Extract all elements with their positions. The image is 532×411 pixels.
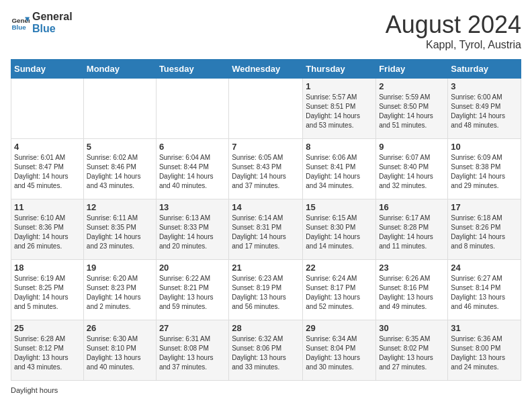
day-info: Sunrise: 6:02 AM Sunset: 8:46 PM Dayligh…: [87, 153, 153, 191]
day-number: 15: [306, 202, 373, 212]
day-info: Sunrise: 6:13 AM Sunset: 8:33 PM Dayligh…: [159, 214, 226, 251]
location-title: Kappl, Tyrol, Austria: [386, 39, 521, 51]
calendar-week-4: 18Sunrise: 6:19 AM Sunset: 8:25 PM Dayli…: [11, 260, 521, 320]
day-number: 1: [306, 81, 373, 91]
calendar-cell: 4Sunrise: 6:01 AM Sunset: 8:47 PM Daylig…: [11, 139, 84, 199]
day-info: Sunrise: 6:07 AM Sunset: 8:40 PM Dayligh…: [379, 153, 445, 191]
calendar-cell: 7Sunrise: 6:05 AM Sunset: 8:43 PM Daylig…: [229, 139, 303, 199]
day-number: 8: [306, 142, 373, 152]
day-number: 31: [451, 323, 518, 333]
day-info: Sunrise: 6:09 AM Sunset: 8:38 PM Dayligh…: [451, 153, 518, 191]
calendar-cell: 17Sunrise: 6:18 AM Sunset: 8:26 PM Dayli…: [448, 199, 521, 260]
day-number: 3: [451, 81, 518, 91]
logo-general-text: General: [32, 11, 73, 23]
calendar-cell: 24Sunrise: 6:27 AM Sunset: 8:14 PM Dayli…: [448, 260, 521, 320]
calendar-cell: 22Sunrise: 6:24 AM Sunset: 8:17 PM Dayli…: [303, 260, 376, 320]
day-info: Sunrise: 6:30 AM Sunset: 8:10 PM Dayligh…: [87, 334, 153, 372]
day-info: Sunrise: 6:22 AM Sunset: 8:21 PM Dayligh…: [159, 274, 226, 312]
day-number: 25: [14, 323, 81, 333]
day-info: Sunrise: 6:36 AM Sunset: 8:00 PM Dayligh…: [451, 334, 518, 372]
day-number: 17: [451, 202, 518, 212]
calendar-cell: 13Sunrise: 6:13 AM Sunset: 8:33 PM Dayli…: [156, 199, 228, 260]
title-block: August 2024 Kappl, Tyrol, Austria: [386, 11, 521, 51]
day-number: 29: [306, 323, 373, 333]
page-header: General Blue General Blue August 2024 Ka…: [11, 11, 521, 51]
calendar-cell: 9Sunrise: 6:07 AM Sunset: 8:40 PM Daylig…: [376, 139, 448, 199]
calendar-week-5: 25Sunrise: 6:28 AM Sunset: 8:12 PM Dayli…: [11, 320, 521, 381]
day-info: Sunrise: 6:19 AM Sunset: 8:25 PM Dayligh…: [14, 274, 81, 312]
calendar-cell: 21Sunrise: 6:23 AM Sunset: 8:19 PM Dayli…: [229, 260, 303, 320]
day-number: 16: [379, 202, 445, 212]
day-info: Sunrise: 6:28 AM Sunset: 8:12 PM Dayligh…: [14, 334, 81, 372]
day-info: Sunrise: 6:04 AM Sunset: 8:44 PM Dayligh…: [159, 153, 226, 191]
day-number: 19: [87, 263, 153, 273]
day-number: 7: [232, 142, 300, 152]
month-title: August 2024: [386, 11, 521, 39]
calendar-cell: 11Sunrise: 6:10 AM Sunset: 8:36 PM Dayli…: [11, 199, 84, 260]
calendar-cell: 14Sunrise: 6:14 AM Sunset: 8:31 PM Dayli…: [229, 199, 303, 260]
calendar-cell: [11, 79, 84, 139]
day-info: Sunrise: 6:24 AM Sunset: 8:17 PM Dayligh…: [306, 274, 373, 312]
calendar-cell: 8Sunrise: 6:06 AM Sunset: 8:41 PM Daylig…: [303, 139, 376, 199]
day-info: Sunrise: 6:11 AM Sunset: 8:35 PM Dayligh…: [87, 214, 153, 251]
day-number: 10: [451, 142, 518, 152]
day-number: 12: [87, 202, 153, 212]
calendar-cell: 18Sunrise: 6:19 AM Sunset: 8:25 PM Dayli…: [11, 260, 84, 320]
day-number: 18: [14, 263, 81, 273]
calendar-cell: 23Sunrise: 6:26 AM Sunset: 8:16 PM Dayli…: [376, 260, 448, 320]
calendar-header: SundayMondayTuesdayWednesdayThursdayFrid…: [11, 60, 521, 79]
day-info: Sunrise: 6:01 AM Sunset: 8:47 PM Dayligh…: [14, 153, 81, 191]
calendar-cell: 26Sunrise: 6:30 AM Sunset: 8:10 PM Dayli…: [83, 320, 156, 381]
calendar-cell: 29Sunrise: 6:34 AM Sunset: 8:04 PM Dayli…: [303, 320, 376, 381]
calendar-table: SundayMondayTuesdayWednesdayThursdayFrid…: [11, 59, 521, 381]
day-number: 5: [87, 142, 153, 152]
day-number: 26: [87, 323, 153, 333]
day-info: Sunrise: 6:10 AM Sunset: 8:36 PM Dayligh…: [14, 214, 81, 251]
day-info: Sunrise: 5:57 AM Sunset: 8:51 PM Dayligh…: [306, 93, 373, 130]
calendar-cell: 5Sunrise: 6:02 AM Sunset: 8:46 PM Daylig…: [83, 139, 156, 199]
days-header-row: SundayMondayTuesdayWednesdayThursdayFrid…: [11, 60, 521, 79]
day-number: 9: [379, 142, 445, 152]
day-info: Sunrise: 6:26 AM Sunset: 8:16 PM Dayligh…: [379, 274, 445, 312]
day-info: Sunrise: 5:59 AM Sunset: 8:50 PM Dayligh…: [379, 93, 445, 130]
day-of-week-monday: Monday: [83, 60, 156, 79]
day-number: 24: [451, 263, 518, 273]
day-of-week-thursday: Thursday: [303, 60, 376, 79]
calendar-week-3: 11Sunrise: 6:10 AM Sunset: 8:36 PM Dayli…: [11, 199, 521, 260]
calendar-cell: 6Sunrise: 6:04 AM Sunset: 8:44 PM Daylig…: [156, 139, 228, 199]
day-info: Sunrise: 6:18 AM Sunset: 8:26 PM Dayligh…: [451, 214, 518, 251]
day-info: Sunrise: 6:34 AM Sunset: 8:04 PM Dayligh…: [306, 334, 373, 372]
day-number: 28: [232, 323, 300, 333]
logo-icon: General Blue: [11, 13, 30, 32]
calendar-cell: 20Sunrise: 6:22 AM Sunset: 8:21 PM Dayli…: [156, 260, 228, 320]
day-info: Sunrise: 6:14 AM Sunset: 8:31 PM Dayligh…: [232, 214, 300, 251]
calendar-body: 1Sunrise: 5:57 AM Sunset: 8:51 PM Daylig…: [11, 79, 521, 381]
day-number: 11: [14, 202, 81, 212]
day-number: 22: [306, 263, 373, 273]
day-number: 30: [379, 323, 445, 333]
calendar-cell: [229, 79, 303, 139]
calendar-cell: 31Sunrise: 6:36 AM Sunset: 8:00 PM Dayli…: [448, 320, 521, 381]
calendar-week-1: 1Sunrise: 5:57 AM Sunset: 8:51 PM Daylig…: [11, 79, 521, 139]
day-number: 4: [14, 142, 81, 152]
calendar-cell: 25Sunrise: 6:28 AM Sunset: 8:12 PM Dayli…: [11, 320, 84, 381]
calendar-cell: 1Sunrise: 5:57 AM Sunset: 8:51 PM Daylig…: [303, 79, 376, 139]
calendar-cell: 10Sunrise: 6:09 AM Sunset: 8:38 PM Dayli…: [448, 139, 521, 199]
day-info: Sunrise: 6:35 AM Sunset: 8:02 PM Dayligh…: [379, 334, 445, 372]
calendar-cell: 2Sunrise: 5:59 AM Sunset: 8:50 PM Daylig…: [376, 79, 448, 139]
calendar-week-2: 4Sunrise: 6:01 AM Sunset: 8:47 PM Daylig…: [11, 139, 521, 199]
day-of-week-sunday: Sunday: [11, 60, 84, 79]
day-of-week-friday: Friday: [376, 60, 448, 79]
logo: General Blue General Blue: [11, 11, 73, 34]
day-number: 21: [232, 263, 300, 273]
calendar-cell: 19Sunrise: 6:20 AM Sunset: 8:23 PM Dayli…: [83, 260, 156, 320]
day-info: Sunrise: 6:23 AM Sunset: 8:19 PM Dayligh…: [232, 274, 300, 312]
day-info: Sunrise: 6:05 AM Sunset: 8:43 PM Dayligh…: [232, 153, 300, 191]
day-number: 6: [159, 142, 226, 152]
day-info: Sunrise: 6:15 AM Sunset: 8:30 PM Dayligh…: [306, 214, 373, 251]
day-number: 14: [232, 202, 300, 212]
day-number: 23: [379, 263, 445, 273]
day-info: Sunrise: 6:31 AM Sunset: 8:08 PM Dayligh…: [159, 334, 226, 372]
calendar-cell: 12Sunrise: 6:11 AM Sunset: 8:35 PM Dayli…: [83, 199, 156, 260]
calendar-cell: 28Sunrise: 6:32 AM Sunset: 8:06 PM Dayli…: [229, 320, 303, 381]
